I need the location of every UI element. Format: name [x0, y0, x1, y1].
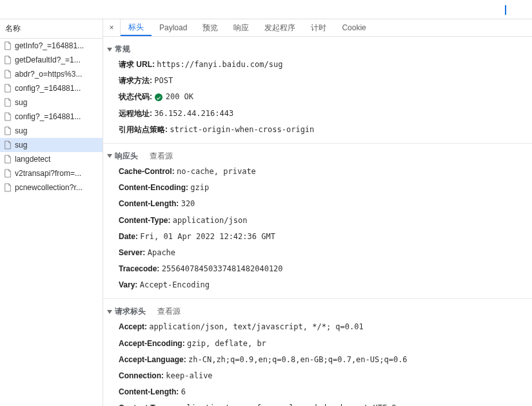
section-title-request: 请求标头	[115, 306, 146, 317]
sidebar-item-label: v2transapi?from=...	[15, 169, 81, 178]
request-header-row: Accept: application/json, text/javascrip…	[103, 319, 532, 335]
tab-4[interactable]: 发起程序	[257, 19, 303, 36]
document-icon	[4, 98, 12, 107]
request-headers-section: 请求标头 查看源 Accept: application/json, text/…	[103, 302, 532, 406]
response-header-row: Content-Encoding: gzip	[103, 180, 532, 196]
document-icon	[4, 183, 12, 192]
tab-2[interactable]: 预览	[195, 19, 226, 36]
request-header-row: Accept-Encoding: gzip, deflate, br	[103, 336, 532, 352]
section-title-general: 常规	[115, 44, 130, 55]
response-header-row: Cache-Control: no-cache, private	[103, 164, 532, 180]
request-header-row: Connection: keep-alive	[103, 368, 532, 384]
sidebar-item-label: config?_=164881...	[15, 84, 81, 93]
section-title-response: 响应头	[115, 151, 138, 162]
sidebar-item[interactable]: getDefaultId?_=1...	[0, 53, 103, 67]
tab-3[interactable]: 响应	[226, 19, 257, 36]
sidebar-item[interactable]: getInfo?_=164881...	[0, 39, 103, 53]
document-icon	[4, 41, 12, 50]
response-header-row: Date: Fri, 01 Apr 2022 12:42:36 GMT	[103, 229, 532, 245]
response-header-row: Content-Type: application/json	[103, 213, 532, 229]
close-icon: ×	[109, 23, 113, 32]
detail-panel: × 标头Payload预览响应发起程序计时Cookie 常规 请求 URL: h…	[103, 19, 532, 406]
divider	[103, 298, 532, 299]
request-url-row: 请求 URL: https://fanyi.baidu.com/sug	[103, 57, 532, 73]
divider	[103, 143, 532, 144]
sidebar-item-label: sug	[15, 98, 27, 107]
remote-address-row: 远程地址: 36.152.44.216:443	[103, 106, 532, 122]
request-header-row: Content-Length: 6	[103, 384, 532, 400]
caret-down-icon[interactable]	[107, 154, 112, 158]
sidebar-item[interactable]: pcnewcollection?r...	[0, 180, 103, 195]
document-icon	[4, 155, 12, 164]
sidebar-title: 名称	[0, 19, 103, 39]
response-headers-section: 响应头 查看源 Cache-Control: no-cache, private…	[103, 146, 532, 296]
tab-5[interactable]: 计时	[303, 19, 334, 36]
sidebar-item-label: config?_=164881...	[15, 112, 81, 121]
response-header-row: Content-Length: 320	[103, 196, 532, 212]
document-icon	[4, 70, 12, 79]
referrer-policy-row: 引用站点策略: strict-origin-when-cross-origin	[103, 122, 532, 138]
caret-down-icon[interactable]	[107, 48, 112, 52]
sidebar-item[interactable]: langdetect	[0, 152, 103, 166]
response-header-row: Vary: Accept-Encoding	[103, 277, 532, 293]
sidebar-item[interactable]: v2transapi?from=...	[0, 166, 103, 180]
sidebar-item[interactable]: sug	[0, 95, 103, 110]
cursor-indicator	[505, 5, 506, 15]
document-icon	[4, 112, 12, 121]
request-header-row: Accept-Language: zh-CN,zh;q=0.9,en;q=0.8…	[103, 352, 532, 368]
status-ok-icon	[155, 93, 163, 101]
view-source-link[interactable]: 查看源	[150, 151, 173, 162]
close-button[interactable]: ×	[103, 19, 121, 36]
sidebar-item-label: pcnewcollection?r...	[15, 183, 83, 192]
response-header-row: Server: Apache	[103, 245, 532, 261]
top-strip	[0, 0, 532, 19]
tab-0[interactable]: 标头	[121, 19, 152, 36]
document-icon	[4, 126, 12, 135]
sidebar-item[interactable]: config?_=164881...	[0, 81, 103, 95]
tab-bar: × 标头Payload预览响应发起程序计时Cookie	[103, 19, 532, 37]
content-scroll[interactable]: 常规 请求 URL: https://fanyi.baidu.com/sug 请…	[103, 37, 532, 406]
sidebar-item-label: getInfo?_=164881...	[15, 41, 84, 50]
sidebar-item[interactable]: sug	[0, 138, 103, 152]
document-icon	[4, 55, 12, 64]
response-header-row: Tracecode: 25564078450337481482040120	[103, 261, 532, 277]
document-icon	[4, 140, 12, 150]
document-icon	[4, 169, 12, 178]
caret-down-icon[interactable]	[107, 310, 112, 314]
document-icon	[4, 84, 12, 93]
sidebar-item[interactable]: abdr?_o=https%3...	[0, 67, 103, 81]
sidebar-item[interactable]: sug	[0, 124, 103, 138]
sidebar-item-label: getDefaultId?_=1...	[15, 55, 81, 64]
tab-1[interactable]: Payload	[152, 19, 195, 36]
general-section: 常规 请求 URL: https://fanyi.baidu.com/sug 请…	[103, 39, 532, 140]
sidebar-item-label: sug	[15, 140, 27, 150]
request-header-row: Content-Type: application/x-www-form-url…	[103, 400, 532, 406]
status-code-row: 状态代码: 200 OK	[103, 89, 532, 105]
main-container: 名称 getInfo?_=164881...getDefaultId?_=1..…	[0, 19, 532, 406]
request-list-sidebar: 名称 getInfo?_=164881...getDefaultId?_=1..…	[0, 19, 103, 406]
sidebar-item[interactable]: config?_=164881...	[0, 110, 103, 124]
sidebar-item-label: langdetect	[15, 155, 50, 164]
view-source-link[interactable]: 查看源	[157, 306, 181, 317]
sidebar-item-label: sug	[15, 126, 27, 135]
sidebar-item-label: abdr?_o=https%3...	[15, 70, 82, 79]
tab-6[interactable]: Cookie	[334, 19, 373, 36]
request-method-row: 请求方法: POST	[103, 73, 532, 89]
